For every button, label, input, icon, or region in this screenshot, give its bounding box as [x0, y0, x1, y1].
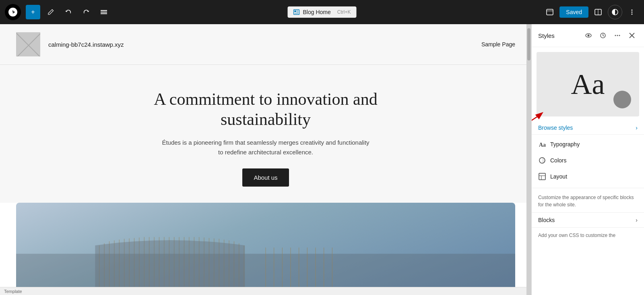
toolbar-center: Blog Home Ctrl+K — [288, 6, 357, 18]
svg-point-59 — [588, 35, 590, 37]
panel-history-button[interactable] — [597, 30, 609, 41]
svg-point-63 — [619, 35, 620, 36]
panel-close-button[interactable] — [626, 30, 638, 41]
svg-rect-10 — [547, 9, 553, 15]
toolbar-right: Saved — [543, 5, 639, 19]
svg-rect-4 — [101, 13, 107, 14]
hero-subtitle: Études is a pioneering firm that seamles… — [161, 138, 370, 157]
svg-point-16 — [632, 12, 633, 13]
site-header: calming-bb7c24.instawp.xyz Sample Page — [0, 24, 531, 65]
blocks-chevron: › — [636, 217, 638, 223]
colors-icon — [538, 156, 546, 164]
typography-icon: Aa — [538, 140, 546, 148]
edit-button[interactable] — [43, 5, 58, 19]
customize-description: Customize the appearance of specific blo… — [532, 190, 644, 212]
canvas-scrollbar[interactable] — [526, 24, 531, 295]
list-view-button[interactable] — [97, 5, 111, 19]
dark-mode-button[interactable] — [608, 5, 622, 19]
blog-home-label: Blog Home — [303, 9, 331, 15]
saved-button[interactable]: Saved — [559, 6, 588, 18]
about-us-button[interactable]: About us — [242, 168, 289, 187]
svg-point-17 — [632, 14, 633, 15]
hero-section: A commitment to innovation and sustainab… — [0, 65, 531, 203]
preview-typography: Aa — [571, 70, 605, 99]
status-label: Template — [4, 289, 22, 294]
colors-label: Colors — [550, 157, 566, 164]
add-block-button[interactable]: + — [26, 5, 40, 19]
preview-color-circle — [613, 91, 631, 108]
style-preview: Aa — [537, 52, 639, 116]
svg-rect-2 — [101, 10, 107, 11]
main-area: calming-bb7c24.instawp.xyz Sample Page A… — [0, 24, 644, 295]
layout-icon — [538, 172, 546, 181]
typography-item[interactable]: Aa Typography — [532, 136, 644, 152]
svg-point-62 — [617, 35, 618, 36]
scrollbar-thumb — [527, 28, 530, 60]
panel-divider-1 — [532, 188, 644, 188]
hero-title: A commitment to innovation and sustainab… — [125, 89, 407, 130]
svg-rect-69 — [539, 173, 545, 180]
panel-more-button[interactable] — [612, 30, 623, 41]
hero-image — [16, 203, 515, 287]
more-options-button[interactable] — [625, 5, 639, 19]
site-nav-item[interactable]: Sample Page — [481, 41, 515, 48]
svg-rect-3 — [101, 12, 107, 12]
panel-eye-button[interactable] — [583, 30, 594, 41]
browse-styles-row[interactable]: Browse styles › — [532, 121, 644, 135]
split-view-button[interactable] — [591, 5, 605, 19]
layout-label: Layout — [550, 173, 567, 180]
svg-rect-6 — [295, 10, 296, 12]
red-arrow — [531, 109, 548, 133]
css-description: Add your own CSS to customize the — [532, 227, 644, 243]
toolbar: W + Blog Home Ctrl+K Saved — [0, 0, 644, 24]
svg-point-15 — [632, 10, 633, 11]
browse-styles-chevron: › — [636, 125, 638, 131]
blocks-label: Blocks — [538, 217, 636, 223]
view-button[interactable] — [543, 5, 557, 19]
svg-text:Aa: Aa — [539, 142, 546, 148]
panel-header: Styles — [532, 24, 644, 47]
site-name: calming-bb7c24.instawp.xyz — [48, 41, 481, 48]
status-bar: Template — [0, 287, 531, 295]
canvas-area: calming-bb7c24.instawp.xyz Sample Page A… — [0, 24, 531, 295]
site-logo — [16, 32, 40, 56]
undo-button[interactable] — [61, 5, 76, 19]
blocks-row[interactable]: Blocks › — [532, 212, 644, 227]
wp-logo[interactable]: W — [5, 4, 21, 20]
redo-button[interactable] — [79, 5, 93, 19]
panel-section-typography: Aa Typography Colors Layout — [532, 135, 644, 186]
styles-panel: Styles Aa — [531, 24, 644, 295]
blog-home-pill[interactable]: Blog Home Ctrl+K — [288, 6, 357, 18]
typography-label: Typography — [550, 141, 580, 148]
keyboard-shortcut: Ctrl+K — [337, 9, 351, 15]
colors-item[interactable]: Colors — [532, 152, 644, 168]
svg-point-61 — [615, 35, 616, 36]
layout-item[interactable]: Layout — [532, 168, 644, 185]
browse-styles-link[interactable]: Browse styles — [538, 125, 636, 131]
panel-title: Styles — [538, 32, 580, 39]
page-frame: calming-bb7c24.instawp.xyz Sample Page A… — [0, 24, 531, 287]
svg-text:W: W — [10, 10, 14, 15]
